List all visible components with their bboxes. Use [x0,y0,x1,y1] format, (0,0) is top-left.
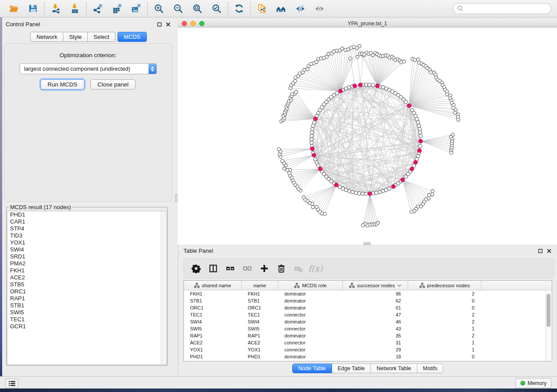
mcds-result-item[interactable]: TEC1 [7,316,166,323]
mcds-result-item[interactable]: SRD1 [7,253,166,260]
hide-selected-icon[interactable] [295,3,306,14]
mcds-result-item[interactable]: SWI5 [7,309,166,316]
tab-motifs[interactable]: Motifs [417,364,443,373]
table-row[interactable]: STB1STB1dominator620 [184,297,552,304]
tab-style[interactable]: Style [63,32,88,42]
mcds-list-scrollbar[interactable] [161,211,166,364]
export-table-icon[interactable] [111,3,122,14]
table-scrollbar-thumb[interactable] [547,294,550,327]
table-row[interactable]: ORC1ORC1dominator610 [184,304,552,311]
mcds-result-item[interactable]: FKH1 [7,267,166,274]
run-mcds-button[interactable]: Run MCDS [41,79,84,89]
column-header-successor-nodes[interactable]: successor nodes [343,281,408,290]
table-row[interactable]: ACE2ACE2connector311 [184,339,552,346]
open-file-icon[interactable] [8,3,19,14]
search-box[interactable] [453,3,551,14]
network-graph[interactable] [178,28,557,244]
save-session-icon[interactable] [28,3,38,14]
table-cell: ACE2 [242,340,278,345]
minimize-window-icon[interactable] [190,21,196,26]
first-neighbors-icon[interactable] [276,3,287,14]
zoom-selected-icon[interactable] [211,3,222,14]
import-network-icon[interactable] [50,3,61,14]
delete-table-icon[interactable] [293,263,304,274]
add-column-icon[interactable] [259,263,270,274]
tab-node-table[interactable]: Node Table [292,364,332,373]
mcds-result-group: MCDS result (17 nodes) PHD1CAR1STP4TID3Y… [6,204,168,366]
table-cell: ORC1 [242,305,278,310]
table-cell: YOX1 [184,347,242,352]
mcds-result-item[interactable]: PMA2 [7,260,166,267]
apply-preferred-layout-icon[interactable] [234,3,245,14]
export-network-icon[interactable] [92,3,103,14]
zoom-fit-icon[interactable] [192,3,203,14]
table-row[interactable]: SWI4SWI4dominator462 [184,318,552,325]
table-row[interactable]: YOX1YOX1connector291 [184,346,552,353]
close-panel-icon[interactable] [166,22,170,27]
mcds-result-item[interactable]: CAR1 [7,218,166,225]
table-cell: RAP1 [184,333,242,338]
delete-column-icon[interactable] [276,263,287,274]
close-window-icon[interactable] [182,21,187,26]
mcds-result-item[interactable]: GCR1 [7,323,166,330]
maximize-window-icon[interactable] [199,21,204,26]
table-cell: 2 [408,312,481,317]
column-header-MCDS-role[interactable]: MCDS role [278,281,343,290]
column-header-predecessor-nodes[interactable]: predecessor nodes [408,281,481,290]
task-history-button[interactable] [5,378,18,388]
table-scrollbar[interactable] [545,290,552,361]
table-cell: 47 [343,312,408,317]
close-panel-button[interactable]: Close panel [90,79,135,89]
select-all-icon[interactable] [225,263,235,274]
mcds-result-item[interactable]: RAP1 [7,295,166,302]
mcds-result-item[interactable]: STB5 [7,281,166,288]
mcds-result-title: MCDS result (17 nodes) [9,204,72,210]
mcds-result-item[interactable]: PHD1 [7,211,166,218]
table-row[interactable]: PHD1PHD1dominator180 [184,353,552,360]
memory-button[interactable]: Memory [515,378,551,388]
show-all-icon[interactable] [314,3,325,14]
tab-edge-table[interactable]: Edge Table [332,364,371,373]
column-selector-icon[interactable] [208,263,218,274]
mcds-result-item[interactable]: STB1 [7,302,166,309]
table-options-icon[interactable] [191,263,201,274]
tab-network-table[interactable]: Network Table [371,364,417,373]
column-header-name[interactable]: name [242,281,278,290]
duplicate-network-icon[interactable] [256,3,267,14]
network-view-canvas[interactable] [178,28,557,244]
mcds-result-item[interactable]: TID3 [7,232,166,239]
table-cell: SWI5 [184,326,242,331]
column-header-shared-name[interactable]: shared name [184,281,242,290]
zoom-out-icon[interactable] [173,3,183,14]
table-row[interactable]: TEC1TEC1connector472 [184,311,552,318]
tab-mcds[interactable]: MCDS [118,32,146,42]
deselect-all-icon[interactable] [242,263,253,274]
close-table-panel-icon[interactable] [547,248,551,253]
table-cell: TEC1 [242,312,278,317]
network-window-titlebar: YPA_prune.txt_1 [178,20,557,28]
network-window-title: YPA_prune.txt_1 [178,21,557,27]
network-window: YPA_prune.txt_1 [178,20,557,244]
criterion-dropdown[interactable]: largest connected component (undirected) [20,63,157,74]
float-window-icon[interactable] [157,22,162,27]
table-row[interactable]: RAP1RAP1dominator352 [184,332,552,339]
export-image-icon[interactable] [131,3,142,14]
tab-network[interactable]: Network [30,32,63,42]
mcds-result-item[interactable]: YOX1 [7,239,166,246]
mcds-result-item[interactable]: SWI4 [7,246,166,253]
table-row[interactable]: SWI5SWI5connector431 [184,325,552,332]
mcds-result-list[interactable]: PHD1CAR1STP4TID3YOX1SWI4SRD1PMA2FKH1ACE2… [7,211,167,365]
table-cell: STB1 [184,298,242,303]
list-icon [8,381,16,386]
zoom-in-icon[interactable] [153,3,164,14]
mcds-result-item[interactable]: ACE2 [7,274,166,281]
search-input[interactable] [464,5,547,12]
tab-select[interactable]: Select [88,32,115,42]
import-table-icon[interactable] [69,3,80,14]
table-tabs: Node TableEdge TableNetwork TableMotifs [178,364,557,373]
apply-function-icon[interactable]: f(x) [310,263,321,274]
mcds-result-item[interactable]: STP4 [7,225,166,232]
table-row[interactable]: FKH1FKH1dominator962 [184,290,552,297]
float-table-panel-icon[interactable] [538,248,543,253]
mcds-result-item[interactable]: ORC1 [7,288,166,295]
